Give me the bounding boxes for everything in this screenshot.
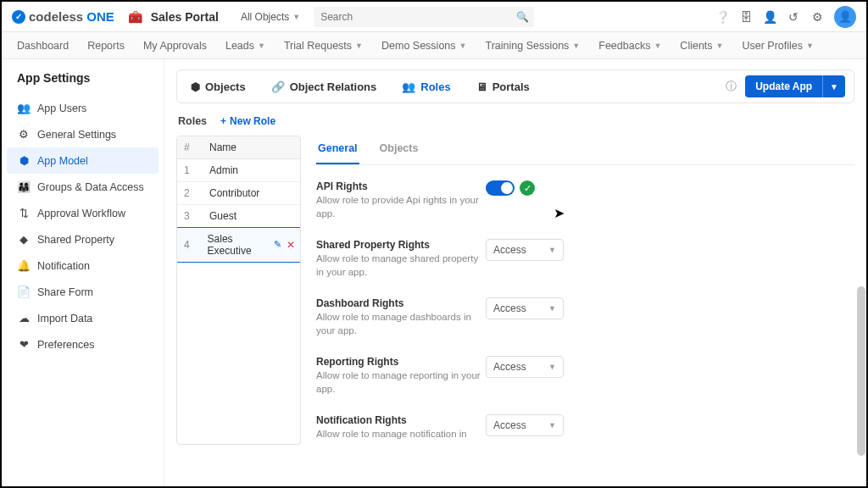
topbar-actions: ❔ 🗄 👤 ↺ ⚙ 👤 xyxy=(715,6,856,28)
right-desc: Allow role to manage dashboards in your … xyxy=(316,311,486,337)
tab-portals[interactable]: 🖥Portals xyxy=(471,77,535,97)
caret-down-icon: ▼ xyxy=(548,304,556,313)
role-detail: General Objects API RightsAllow role to … xyxy=(311,136,854,445)
caret-down-icon: ▼ xyxy=(654,42,661,50)
right-row: Dashboard RightsAllow role to manage das… xyxy=(316,291,849,349)
caret-down-icon: ▼ xyxy=(548,421,556,430)
object-filter-label: All Objects xyxy=(241,11,289,23)
flow-icon: ⇅ xyxy=(17,207,31,219)
tab-object-relations[interactable]: 🔗Object Relations xyxy=(266,77,382,97)
sidebar-item-shared-property[interactable]: ◆Shared Property xyxy=(2,226,164,252)
sidebar-item-app-model[interactable]: ⬢App Model xyxy=(7,147,159,174)
table-row[interactable]: 3Guest xyxy=(177,205,300,228)
caret-down-icon: ▼ xyxy=(572,42,580,50)
breadcrumb: Roles xyxy=(178,115,207,127)
role-detail-tabs: General Objects xyxy=(311,136,854,165)
cube-icon: ⬢ xyxy=(191,80,200,93)
brand-prefix: codeless xyxy=(29,9,83,24)
portals-icon: 🖥 xyxy=(476,80,487,93)
sidebar-item-notification[interactable]: 🔔Notification xyxy=(2,252,164,279)
nav-item-feedbacks[interactable]: Feedbacks▼ xyxy=(598,40,661,52)
access-select[interactable]: Access▼ xyxy=(486,297,564,319)
nav-item-dashboard[interactable]: Dashboard xyxy=(17,40,69,52)
table-row[interactable]: 4Sales Executive✎✕ xyxy=(176,227,301,263)
rights-list[interactable]: API RightsAllow role to provide Api righ… xyxy=(311,165,854,445)
new-role-button[interactable]: +New Role xyxy=(220,115,275,127)
sidebar: App Settings 👥App Users⚙General Settings… xyxy=(2,59,164,486)
nav-item-user-profiles[interactable]: User Profiles▼ xyxy=(743,40,814,52)
right-row: API RightsAllow role to provide Api righ… xyxy=(316,174,849,232)
scrollbar[interactable] xyxy=(857,286,865,456)
search-icon[interactable]: 🔍 xyxy=(516,11,529,23)
access-select[interactable]: Access▼ xyxy=(486,414,564,436)
detail-tab-objects[interactable]: Objects xyxy=(378,136,420,164)
app-model-tabs: ⬢Objects 🔗Object Relations 👥Roles 🖥Porta… xyxy=(176,69,854,103)
content: ⬢Objects 🔗Object Relations 👥Roles 🖥Porta… xyxy=(164,59,866,486)
relations-icon: 🔗 xyxy=(271,80,285,93)
sidebar-title: App Settings xyxy=(2,71,164,95)
info-icon[interactable]: ⓘ xyxy=(726,79,737,94)
sidebar-item-general-settings[interactable]: ⚙General Settings xyxy=(2,121,164,147)
table-row[interactable]: 2Contributor xyxy=(177,182,300,205)
caret-down-icon: ▼ xyxy=(548,363,556,371)
table-row[interactable]: 1Admin xyxy=(177,159,300,182)
nav-item-training-sessions[interactable]: Training Sessions▼ xyxy=(485,40,580,52)
sidebar-item-app-users[interactable]: 👥App Users xyxy=(2,95,164,121)
caret-down-icon: ▼ xyxy=(292,13,300,21)
update-app-button[interactable]: Update App xyxy=(745,75,822,97)
navbar: DashboardReportsMy ApprovalsLeads▼Trial … xyxy=(2,32,866,59)
roles-icon: 👥 xyxy=(402,80,415,93)
gear-icon: ⚙ xyxy=(17,128,31,141)
edit-icon[interactable]: ✎ xyxy=(274,239,281,251)
sidebar-item-share-form[interactable]: 📄Share Form xyxy=(2,279,164,305)
user-icon[interactable]: 👤 xyxy=(763,10,776,24)
access-select[interactable]: Access▼ xyxy=(486,356,564,378)
sidebar-item-groups-data-access[interactable]: 👨‍👩‍👧Groups & Data Access xyxy=(2,174,164,200)
sidebar-item-preferences[interactable]: ❤Preferences xyxy=(2,331,164,358)
right-title: Reporting Rights xyxy=(316,356,486,368)
nav-item-reports[interactable]: Reports xyxy=(87,40,125,52)
cloud-icon: ☁ xyxy=(17,312,31,324)
object-filter-dropdown[interactable]: All Objects ▼ xyxy=(236,11,305,23)
caret-down-icon: ▼ xyxy=(548,246,556,254)
check-icon: ✓ xyxy=(520,180,535,196)
sidebar-item-import-data[interactable]: ☁Import Data xyxy=(2,305,164,331)
nav-item-clients[interactable]: Clients▼ xyxy=(680,40,723,52)
search-input[interactable] xyxy=(314,7,534,27)
delete-icon[interactable]: ✕ xyxy=(287,239,295,251)
caret-down-icon: ▼ xyxy=(716,42,724,50)
search-wrap: 🔍 xyxy=(314,7,534,27)
right-desc: Allow role to manage notification in you… xyxy=(316,428,486,445)
toggle-control[interactable]: ✓ xyxy=(486,180,535,196)
right-title: API Rights xyxy=(316,180,486,192)
nav-item-my-approvals[interactable]: My Approvals xyxy=(143,40,207,52)
help-icon[interactable]: ❔ xyxy=(715,10,729,24)
nav-item-trial-requests[interactable]: Trial Requests▼ xyxy=(284,40,363,52)
tab-objects[interactable]: ⬢Objects xyxy=(186,77,251,97)
nav-item-demo-sessions[interactable]: Demo Sessions▼ xyxy=(381,40,466,52)
right-title: Shared Property Rights xyxy=(316,239,486,251)
right-row: Shared Property RightsAllow role to mana… xyxy=(316,232,849,291)
caret-down-icon: ▼ xyxy=(459,42,467,50)
brand-mark-icon: ✓ xyxy=(12,10,25,24)
right-row: Notification RightsAllow role to manage … xyxy=(316,408,849,445)
brand-logo[interactable]: ✓ codelessONE xyxy=(12,9,114,24)
database-icon[interactable]: 🗄 xyxy=(739,10,753,24)
history-icon[interactable]: ↺ xyxy=(787,10,800,24)
cube-icon: ⬢ xyxy=(17,154,31,167)
update-app-caret[interactable]: ▼ xyxy=(822,75,845,97)
toggle-icon xyxy=(486,180,515,196)
tab-roles[interactable]: 👥Roles xyxy=(397,77,455,97)
access-select[interactable]: Access▼ xyxy=(486,239,564,261)
avatar[interactable]: 👤 xyxy=(834,6,856,28)
plus-icon: + xyxy=(220,115,226,127)
settings-icon[interactable]: ⚙ xyxy=(810,10,824,24)
right-desc: Allow role to manage reporting in your a… xyxy=(316,369,486,396)
right-title: Notification Rights xyxy=(316,414,486,426)
detail-tab-general[interactable]: General xyxy=(316,136,359,164)
nav-item-leads[interactable]: Leads▼ xyxy=(225,40,265,52)
app-name[interactable]: Sales Portal xyxy=(151,10,219,24)
breadcrumb-row: Roles +New Role xyxy=(178,115,853,127)
topbar: ✓ codelessONE 🧰 Sales Portal All Objects… xyxy=(2,2,866,32)
sidebar-item-approval-workflow[interactable]: ⇅Approval Workflow xyxy=(2,200,164,226)
